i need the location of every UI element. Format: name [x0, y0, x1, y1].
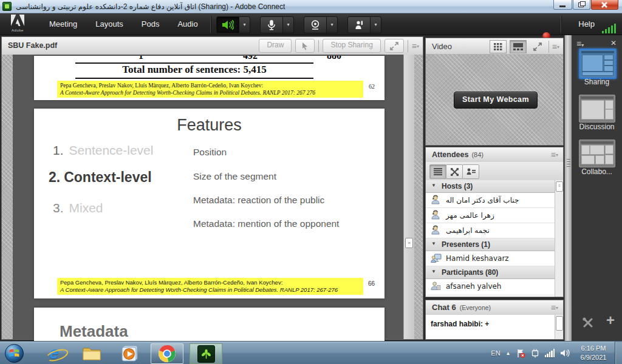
chat-pod-menu-icon[interactable]: ≡▾: [551, 303, 558, 312]
share-scrollbar[interactable]: ≡: [403, 55, 414, 339]
stop-sharing-button[interactable]: Stop Sharing: [323, 39, 380, 53]
minimize-button[interactable]: [553, 0, 572, 10]
attendees-pod-menu-icon[interactable]: ≡▾: [551, 150, 558, 159]
taskbar-chrome-button[interactable]: [151, 343, 183, 364]
status-menu-caret[interactable]: ▾: [371, 16, 381, 33]
volume-icon[interactable]: [560, 349, 570, 357]
video-pod-header[interactable]: Video: [426, 38, 563, 55]
attendee-group-hosts[interactable]: ▼ Hosts (3): [426, 180, 563, 193]
attendee-name: زهرا عالمی مهر: [446, 211, 494, 220]
chat-scrollbar[interactable]: [555, 315, 563, 339]
webcam-button[interactable]: [304, 16, 327, 33]
grid-view-button[interactable]: [490, 40, 507, 53]
close-button[interactable]: [591, 0, 618, 10]
windows-start-icon: [4, 343, 24, 363]
share-margin-right: [414, 55, 423, 339]
table-cell: 880: [327, 56, 341, 61]
connection-signal-icon[interactable]: [602, 24, 616, 33]
restore-button[interactable]: [573, 0, 590, 10]
attendee-row[interactable]: Hamid keshavarz: [426, 251, 563, 266]
fullscreen-icon: [390, 42, 398, 50]
show-desktop-button[interactable]: [615, 342, 622, 364]
raise-hand-button[interactable]: [347, 16, 371, 33]
filmstrip-view-button[interactable]: [510, 40, 527, 53]
list-item-emphasized: 2.Context-level: [49, 169, 152, 186]
power-plug-icon[interactable]: [531, 349, 539, 358]
attendee-row[interactable]: afsaneh yalveh: [426, 279, 563, 295]
status-view-icon: [466, 168, 476, 175]
start-button[interactable]: [4, 343, 24, 363]
layout-label-sharing[interactable]: Sharing: [572, 78, 622, 86]
collapse-arrow-icon[interactable]: ▼: [431, 269, 436, 274]
collapse-arrow-icon[interactable]: ▼: [431, 183, 436, 188]
share-pod-header[interactable]: SBU Fake.pdf Draw Stop Sharing ≡▾: [2, 37, 423, 55]
taskbar-explorer-icon[interactable]: [81, 343, 102, 363]
dock-grip-handle[interactable]: [567, 159, 570, 169]
taskbar-connect-button[interactable]: [190, 343, 222, 364]
attendee-name: afsaneh yalveh: [446, 282, 501, 291]
attendee-group-participants[interactable]: ▼ Participants (80): [426, 266, 563, 279]
system-tray: EN ▲: [491, 342, 570, 364]
chat-pod-header[interactable]: Chat 6(Everyone) ≡▾: [426, 300, 563, 315]
chat-pod-title: Chat 6: [432, 303, 456, 312]
start-webcam-button[interactable]: Start My Webcam: [454, 92, 538, 109]
microphone-button[interactable]: [260, 16, 283, 33]
menu-pods[interactable]: Pods: [132, 13, 169, 35]
menu-audio[interactable]: Audio: [168, 13, 207, 35]
add-pod-icon[interactable]: +: [606, 312, 615, 329]
attendee-row[interactable]: زهرا عالمی مهر: [426, 208, 563, 223]
tray-expand-icon[interactable]: ▲: [506, 351, 511, 356]
network-signal-icon[interactable]: [545, 349, 555, 357]
speaker-button[interactable]: [216, 16, 239, 33]
feature-line: Metadata: reaction of the public: [193, 195, 324, 206]
list-view-icon: [434, 168, 442, 175]
attendee-group-presenters[interactable]: ▼ Presenters (1): [426, 238, 563, 251]
speaker-menu-caret[interactable]: ▾: [239, 16, 250, 33]
webcam-menu-caret[interactable]: ▾: [327, 16, 338, 33]
share-scrollbar-handle[interactable]: ≡: [405, 238, 413, 248]
menu-meeting[interactable]: Meeting: [40, 13, 86, 35]
taskbar-mediaplayer-icon[interactable]: [119, 343, 140, 363]
layout-bar-menu-icon[interactable]: ≡▾: [576, 39, 584, 49]
video-fullscreen-button[interactable]: [530, 41, 545, 53]
menu-layouts[interactable]: Layouts: [86, 13, 132, 35]
layout-bar-close-icon[interactable]: ✕: [610, 39, 617, 47]
layout-thumbnail-discussion[interactable]: [579, 95, 615, 123]
slide-page-66: Features 1.Sentence-level 2.Context-leve…: [34, 109, 384, 298]
action-center-flag-icon[interactable]: [516, 349, 525, 358]
layout-thumbnail-collaboration[interactable]: [579, 140, 615, 167]
speaker-control: ▾: [216, 16, 250, 32]
attendees-scrollbar[interactable]: ≡: [555, 180, 563, 297]
clock-date: 6/9/2021: [573, 353, 613, 362]
pointer-button[interactable]: [295, 39, 315, 53]
attendee-status-view-button[interactable]: [462, 164, 479, 179]
attendee-row-partial[interactable]: [426, 295, 563, 297]
draw-button[interactable]: Draw: [259, 39, 292, 53]
attendees-scrollbar-handle[interactable]: ≡: [556, 181, 563, 192]
microphone-icon: [266, 19, 277, 31]
citation-highlight: Pepa Gencheva, Preslav Nakov, Lluís Màrq…: [57, 278, 363, 295]
layout-label-discussion[interactable]: Discussion: [572, 123, 622, 131]
fullscreen-button[interactable]: [384, 39, 404, 53]
microphone-menu-caret[interactable]: ▾: [283, 16, 294, 33]
taskbar-ie-icon[interactable]: e: [44, 343, 64, 363]
video-pod-menu-icon[interactable]: ≡▾: [552, 42, 559, 51]
chat-scrollbar-handle[interactable]: [556, 316, 563, 331]
attendee-row[interactable]: نجمه ابراهیمی: [426, 223, 563, 238]
share-pod-menu-icon[interactable]: ≡▾: [412, 42, 419, 50]
layout-thumbnail-sharing[interactable]: [579, 49, 617, 79]
layout-tools-icon[interactable]: [582, 317, 594, 331]
layout-label-collaboration[interactable]: Collabo...: [572, 167, 622, 176]
chat-messages[interactable]: farshad habibi: +: [426, 315, 563, 339]
window-titlebar[interactable]: اتاق آنلاین دفاع شماره 2-دانشکده علوم تر…: [0, 0, 622, 13]
breakout-view-button[interactable]: [446, 164, 463, 179]
language-indicator[interactable]: EN: [491, 349, 500, 357]
collapse-arrow-icon[interactable]: ▼: [431, 241, 436, 246]
help-menu[interactable]: Help: [578, 13, 595, 35]
attendees-pod-header[interactable]: Attendees(84) ≡▾: [426, 147, 563, 163]
taskbar-clock[interactable]: 6:16 PM 6/9/2021: [573, 344, 613, 362]
dock-divider[interactable]: [564, 35, 572, 341]
share-margin-left: [2, 55, 13, 339]
attendee-row[interactable]: جناب آقای دکتر امان اله: [426, 193, 563, 208]
attendee-list-view-button[interactable]: [429, 164, 446, 179]
